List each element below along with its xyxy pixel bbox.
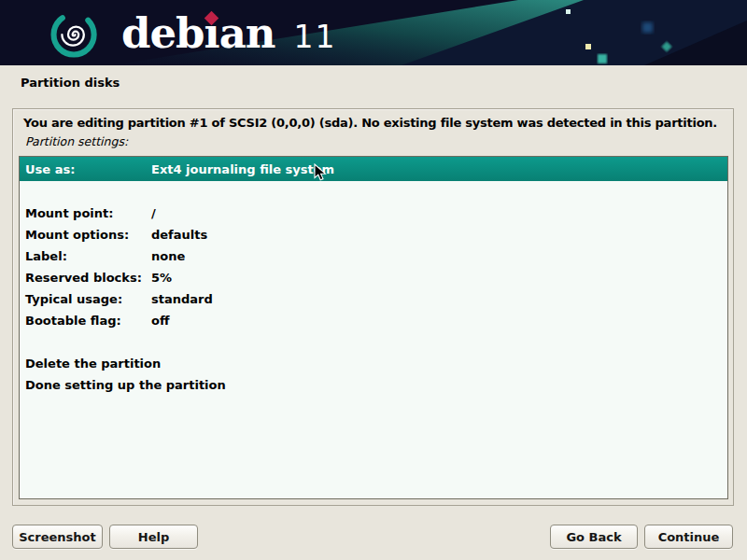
header-banner: debıan11 bbox=[0, 0, 747, 65]
partition-info-text: You are editing partition #1 of SCSI2 (0… bbox=[23, 116, 717, 130]
setting-value: off bbox=[151, 314, 169, 328]
setting-value: defaults bbox=[151, 228, 207, 242]
setting-label: Bootable flag: bbox=[20, 314, 151, 328]
mouse-cursor-icon bbox=[314, 163, 327, 182]
list-item-delete-partition[interactable]: Delete the partition bbox=[20, 353, 727, 374]
list-item-label[interactable]: Label: none bbox=[20, 245, 727, 267]
continue-button[interactable]: Continue bbox=[644, 525, 733, 549]
list-item-mount-options[interactable]: Mount options: defaults bbox=[20, 224, 727, 245]
go-back-button[interactable]: Go Back bbox=[550, 525, 638, 549]
wordmark-i: ı bbox=[204, 0, 219, 65]
list-item-done-partition[interactable]: Done setting up the partition bbox=[20, 374, 727, 396]
setting-value: none bbox=[151, 249, 185, 263]
setting-label: Reserved blocks: bbox=[20, 271, 151, 285]
setting-label: Mount point: bbox=[20, 206, 151, 220]
setting-value: standard bbox=[151, 292, 213, 306]
help-button[interactable]: Help bbox=[109, 525, 198, 549]
list-item-typical-usage[interactable]: Typical usage: standard bbox=[20, 288, 727, 310]
wordmark-pre: deb bbox=[121, 8, 204, 58]
content-frame: You are editing partition #1 of SCSI2 (0… bbox=[12, 108, 734, 506]
wordmark-post: an bbox=[219, 8, 275, 58]
version-number: 11 bbox=[294, 19, 337, 55]
setting-label: Use as: bbox=[20, 162, 151, 176]
setting-value: Ext4 journaling file system bbox=[151, 162, 334, 176]
action-label: Delete the partition bbox=[20, 357, 161, 371]
screenshot-button[interactable]: Screenshot bbox=[12, 525, 103, 549]
list-item-mount-point[interactable]: Mount point: / bbox=[20, 203, 727, 224]
setting-value: / bbox=[151, 206, 156, 220]
debian-swirl-icon bbox=[47, 7, 103, 63]
setting-value: 5% bbox=[151, 271, 172, 285]
partition-settings-list[interactable]: Use as: Ext4 journaling file system Moun… bbox=[19, 156, 728, 499]
setting-label: Typical usage: bbox=[20, 292, 151, 306]
page-title: Partition disks bbox=[21, 76, 120, 90]
list-spacer-row bbox=[20, 181, 727, 203]
settings-caption: Partition settings: bbox=[25, 134, 128, 148]
list-spacer-row bbox=[20, 331, 727, 353]
list-item-reserved-blocks[interactable]: Reserved blocks: 5% bbox=[20, 267, 727, 288]
banner-artwork bbox=[0, 0, 747, 65]
setting-label: Label: bbox=[20, 249, 151, 263]
debian-wordmark: debıan11 bbox=[121, 0, 337, 65]
installer-window: debıan11 Partition disks You are editing… bbox=[0, 0, 747, 560]
action-label: Done setting up the partition bbox=[20, 378, 226, 392]
setting-label: Mount options: bbox=[20, 228, 151, 242]
list-item-bootable-flag[interactable]: Bootable flag: off bbox=[20, 310, 727, 331]
list-item-use-as[interactable]: Use as: Ext4 journaling file system bbox=[20, 157, 727, 181]
